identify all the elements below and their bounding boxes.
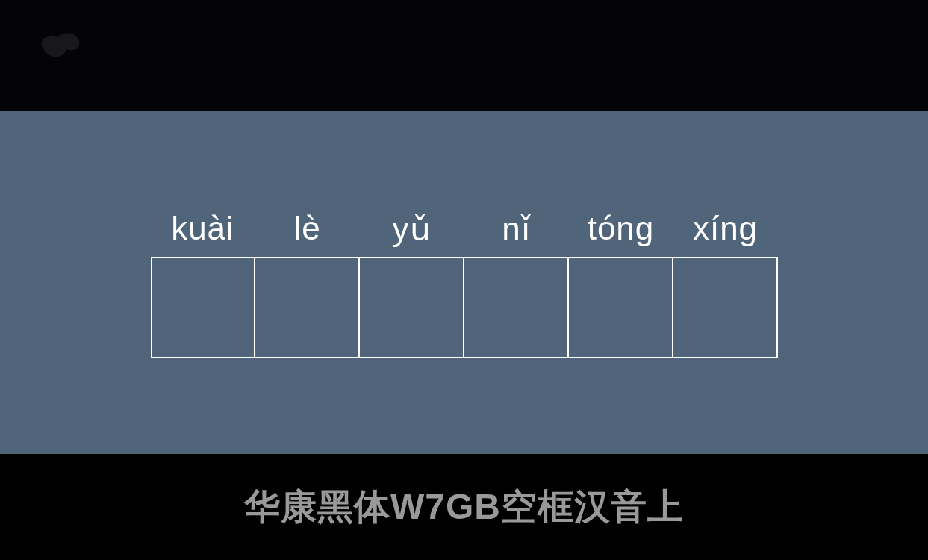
character-box — [255, 257, 360, 358]
character-cell: xíng — [673, 206, 778, 358]
pinyin-label: kuài — [171, 206, 234, 251]
font-title: 华康黑体W7GB空框汉音上 — [244, 483, 684, 531]
character-row: kuài lè yǔ nǐ tóng xíng — [151, 206, 778, 358]
character-box — [151, 257, 255, 358]
character-cell: kuài — [151, 206, 255, 358]
bird-logo-icon — [34, 19, 93, 78]
pinyin-label: tóng — [588, 206, 655, 251]
character-cell: lè — [255, 206, 360, 358]
pinyin-label: nǐ — [502, 206, 530, 251]
sample-panel: kuài lè yǔ nǐ tóng xíng — [0, 111, 928, 454]
character-cell: nǐ — [464, 206, 569, 358]
character-cell: yǔ — [360, 206, 464, 358]
character-box — [569, 257, 673, 358]
character-box — [360, 257, 464, 358]
pinyin-label: yǔ — [393, 206, 432, 251]
footer-band: 华康黑体W7GB空框汉音上 — [0, 454, 928, 560]
character-box — [673, 257, 778, 358]
header-band — [0, 0, 928, 111]
character-cell: tóng — [569, 206, 673, 358]
pinyin-label: lè — [293, 206, 320, 251]
pinyin-label: xíng — [693, 206, 758, 251]
character-box — [464, 257, 569, 358]
